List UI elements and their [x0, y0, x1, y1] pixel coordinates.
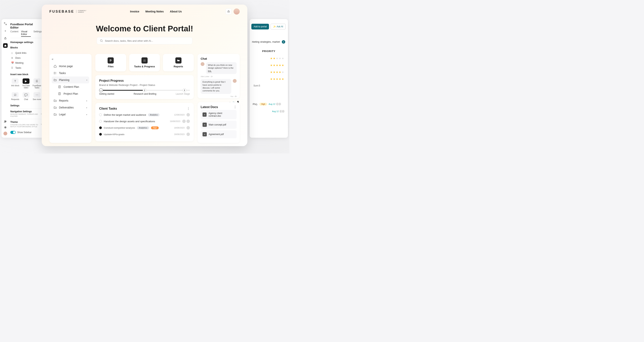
insert-youtube[interactable]: ▶YouTube video: [21, 77, 31, 90]
chat-meta: You · 2h: [201, 95, 236, 97]
latest-docs-card: Latest Docs⋮ ≡Agency client contract.doc…: [198, 102, 240, 143]
task-row[interactable]: Define the target market and audienceAna…: [99, 111, 190, 118]
settings-heading: Settings: [10, 102, 42, 108]
more-icon[interactable]: ⋮: [187, 107, 190, 110]
navigation-settings[interactable]: Navigation Settings MANAGE SIDEBAR, TOPB…: [10, 108, 42, 119]
list-item: PIs). High Aug 12: [252, 100, 286, 108]
sidebar-item-reports[interactable]: Reports▸: [52, 97, 89, 104]
chat-link[interactable]: link.: [208, 70, 212, 72]
svg-rect-2: [4, 38, 6, 39]
block-tasks[interactable]: ☰Tasks: [10, 65, 42, 70]
chevron-down-icon: ▾: [86, 79, 87, 81]
block-docs[interactable]: 🗎Docs: [10, 55, 42, 60]
checkbox-icon[interactable]: [99, 126, 102, 129]
nav-invoice[interactable]: Invoice: [130, 10, 139, 13]
doc-icon: ≡: [202, 112, 206, 117]
sidebar-item-tasks[interactable]: Tasks: [52, 70, 89, 76]
sidebar-item-deliverables[interactable]: Deliverables▸: [52, 104, 89, 111]
stars-row: ★★★★★: [252, 75, 286, 82]
checkbox-icon[interactable]: [99, 120, 102, 123]
search-input[interactable]: [105, 39, 189, 42]
chat-card: Chat What do you think on new design opt…: [198, 54, 240, 98]
insert-requests[interactable]: ☑Requests: [10, 91, 20, 102]
doc-row[interactable]: ≡Agreement.pdf: [201, 130, 236, 138]
insert-info-block[interactable]: TInfo block: [10, 77, 20, 90]
avatar[interactable]: [234, 8, 240, 14]
check-icon: [142, 57, 148, 63]
users-icon[interactable]: [4, 120, 7, 123]
home-icon[interactable]: [3, 43, 8, 48]
tab-settings[interactable]: Settings: [34, 30, 42, 37]
hero: Welcome to Client Portal!: [42, 18, 247, 48]
progress-node-1: ✓: [99, 88, 103, 92]
nav-about-us[interactable]: About Us: [170, 10, 182, 13]
svg-rect-1: [6, 24, 6, 25]
search-icon: [100, 39, 103, 42]
lock-icon[interactable]: [3, 36, 8, 40]
sidebar-item-legal[interactable]: Legal▸: [52, 111, 89, 118]
editor-tabs: Content Visual Editor Settings: [10, 30, 42, 38]
insert-chat[interactable]: 💬Chat: [21, 91, 31, 102]
svg-point-4: [6, 121, 6, 122]
tile-files[interactable]: Files: [95, 54, 126, 71]
add-to-portal-button[interactable]: Add to portal: [251, 24, 269, 29]
insert-fusebase-tasks[interactable]: ☰FuseBase Tasks: [32, 77, 42, 90]
task-row[interactable]: Conduct competitor analysisAnalytricsHig…: [99, 124, 190, 131]
task-row[interactable]: Handover the design assets and specifica…: [99, 118, 190, 124]
ask-ai-button[interactable]: ✨Ask AI: [270, 24, 286, 29]
notifications-button[interactable]: [226, 8, 232, 14]
search-bar[interactable]: [97, 37, 192, 44]
toggle-on-icon: [10, 131, 16, 134]
block-meeting[interactable]: 📅Meeting: [10, 60, 42, 65]
card-subtitle: Brand & Website Redesign Project - Proje…: [99, 84, 190, 86]
stage-label: Research and Briefing: [134, 93, 156, 95]
logo: FUSEBASE FORMERLYNIMBUS: [50, 9, 86, 13]
gear-icon[interactable]: [4, 126, 7, 129]
collapse-icon[interactable]: «: [52, 57, 89, 61]
checkbox-icon[interactable]: [99, 133, 102, 136]
avatar: [186, 120, 190, 123]
homepage-settings-heading: Homepage settings: [10, 38, 42, 45]
progress-track: ✓ 2 3: [99, 90, 190, 91]
tile-reports[interactable]: Reports: [163, 54, 194, 71]
chevron-right-icon: ▸: [86, 113, 87, 115]
more-icon[interactable]: ⋮: [234, 105, 236, 109]
portal-window: FUSEBASE FORMERLYNIMBUS Invoice Meeting …: [42, 4, 247, 146]
doc-icon: ≡: [202, 132, 207, 136]
right-panel: Add to portal ✨Ask AI rketing strategies…: [250, 19, 288, 138]
block-quick-links[interactable]: ◇Quick links: [10, 50, 42, 55]
doc-row[interactable]: ≡Main concept.pdf: [201, 121, 236, 129]
checkbox-icon[interactable]: [99, 113, 102, 116]
editor-title: FuseBase Portal Editor: [10, 21, 42, 30]
avatar: [186, 133, 190, 136]
sidebar-item-home[interactable]: Home page: [52, 63, 89, 70]
count-badge: 3: [282, 40, 285, 44]
progress-node-3: 3: [183, 88, 186, 92]
avatar-icon[interactable]: [4, 132, 7, 135]
tab-visual-editor[interactable]: Visual Editor: [21, 30, 31, 37]
svg-rect-8: [54, 73, 54, 74]
tile-tasks-progress[interactable]: Tasks & Progress: [129, 54, 160, 71]
sidebar-item-planning[interactable]: Planning▾: [52, 76, 89, 83]
svg-point-5: [5, 127, 6, 128]
sidebar-item-project-plan[interactable]: Project Plan: [56, 90, 89, 97]
expand-icon[interactable]: [3, 21, 8, 26]
snippet-text: rketing strategies, market 3: [252, 40, 286, 44]
priority-heading: PRIORITY: [252, 47, 286, 55]
sidebar-item-content-plan[interactable]: Content Plan: [56, 83, 89, 90]
card-title: Client Tasks: [99, 107, 117, 110]
chevron-right-icon: ▸: [86, 100, 87, 102]
avatar: [186, 126, 190, 129]
task-row[interactable]: Update KPIs goals18/08/2023: [99, 131, 190, 138]
svg-point-3: [4, 121, 5, 121]
theme-settings[interactable]: Theme CHOOSE COLORS AND MORE TO MATCH YO…: [10, 119, 42, 129]
doc-row[interactable]: ≡Agency client contract.doc: [201, 110, 236, 119]
tab-content[interactable]: Content: [10, 30, 18, 37]
nav-meeting-notes[interactable]: Meeting Notes: [146, 10, 164, 13]
insert-block-heading: Insert new block: [10, 70, 42, 77]
plus-icon[interactable]: +: [3, 29, 8, 33]
editor-panel: + FuseBase Portal Editor Content Visual …: [2, 19, 44, 138]
show-sidebar-toggle[interactable]: Show Sidebar: [10, 129, 42, 135]
sum-text: Sum:5: [252, 82, 286, 89]
insert-see-more[interactable]: ⋯See more: [32, 91, 42, 102]
